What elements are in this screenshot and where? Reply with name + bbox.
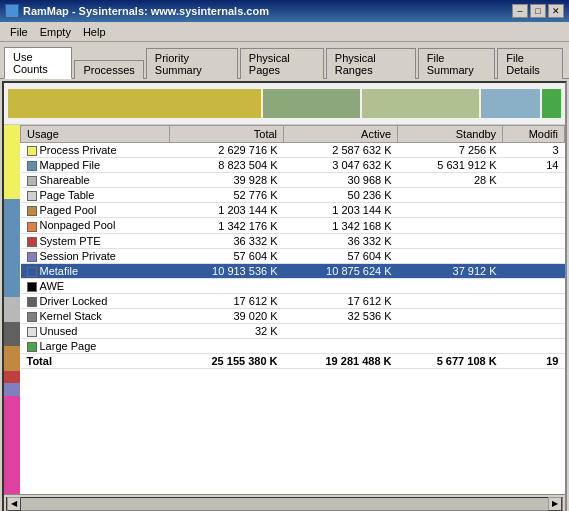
cell-standby [398, 309, 503, 324]
chart-seg-4 [481, 89, 539, 118]
cell-total: 17 612 K [170, 293, 284, 308]
cell-total: 57 604 K [170, 248, 284, 263]
table-row[interactable]: System PTE36 332 K36 332 K [21, 233, 565, 248]
scroll-right-btn[interactable]: ▶ [548, 497, 562, 511]
row-label: Large Page [40, 340, 97, 352]
col-total: Total [170, 126, 284, 143]
row-label: Mapped File [40, 159, 101, 171]
title-bar-text: RamMap - Sysinternals: www.sysinternals.… [23, 5, 269, 17]
table-container[interactable]: Usage Total Active Standby Modifi Proces… [20, 125, 565, 494]
cell-usage: Metafile [21, 263, 170, 278]
cell-usage: Process Private [21, 143, 170, 158]
row-color-swatch [27, 267, 37, 277]
color-paged-pool [4, 346, 20, 371]
cell-active: 19 281 488 K [284, 354, 398, 369]
col-active: Active [284, 126, 398, 143]
tab-priority-summary[interactable]: Priority Summary [146, 48, 238, 79]
row-label: Process Private [40, 144, 117, 156]
col-usage: Usage [21, 126, 170, 143]
row-label: Unused [40, 325, 78, 337]
cell-total: 39 020 K [170, 309, 284, 324]
table-row[interactable]: Paged Pool1 203 144 K1 203 144 K [21, 203, 565, 218]
cell-standby: 37 912 K [398, 263, 503, 278]
usage-table: Usage Total Active Standby Modifi Proces… [20, 125, 565, 369]
cell-total: 39 928 K [170, 173, 284, 188]
table-row[interactable]: AWE [21, 278, 565, 293]
cell-active [284, 324, 398, 339]
table-row[interactable]: Unused32 K [21, 324, 565, 339]
h-scrollbar[interactable]: ◀ ▶ [6, 497, 563, 511]
scroll-track[interactable] [21, 498, 548, 510]
row-color-swatch [27, 342, 37, 352]
cell-standby [398, 324, 503, 339]
menu-help[interactable]: Help [77, 25, 112, 39]
table-row[interactable]: Mapped File8 823 504 K3 047 632 K5 631 9… [21, 158, 565, 173]
table-row[interactable]: Session Private57 604 K57 604 K [21, 248, 565, 263]
cell-modified [503, 278, 565, 293]
cell-usage: Nonpaged Pool [21, 218, 170, 233]
table-row[interactable]: Metafile10 913 536 K10 875 624 K37 912 K [21, 263, 565, 278]
cell-modified: 3 [503, 143, 565, 158]
scrollbar-area: ◀ ▶ [4, 494, 565, 511]
cell-usage: Paged Pool [21, 203, 170, 218]
cell-total [170, 278, 284, 293]
minimize-button[interactable]: – [512, 4, 528, 18]
cell-modified [503, 188, 565, 203]
main-content: Usage Total Active Standby Modifi Proces… [2, 81, 567, 511]
chart-seg-3 [362, 89, 479, 118]
title-bar-buttons: – □ ✕ [512, 4, 564, 18]
table-row[interactable]: Page Table52 776 K50 236 K [21, 188, 565, 203]
tab-file-details[interactable]: File Details [497, 48, 563, 79]
cell-standby: 7 256 K [398, 143, 503, 158]
table-row[interactable]: Process Private2 629 716 K2 587 632 K7 2… [21, 143, 565, 158]
table-row[interactable]: Nonpaged Pool1 342 176 K1 342 168 K [21, 218, 565, 233]
menu-empty[interactable]: Empty [34, 25, 77, 39]
table-row[interactable]: Total25 155 380 K19 281 488 K5 677 108 K… [21, 354, 565, 369]
cell-usage: Total [21, 354, 170, 369]
cell-total: 1 203 144 K [170, 203, 284, 218]
cell-usage: Driver Locked [21, 293, 170, 308]
menu-bar: File Empty Help [0, 22, 569, 42]
row-color-swatch [27, 312, 37, 322]
cell-modified [503, 248, 565, 263]
cell-modified [503, 324, 565, 339]
cell-standby [398, 188, 503, 203]
table-row[interactable]: Shareable39 928 K30 968 K28 K [21, 173, 565, 188]
close-button[interactable]: ✕ [548, 4, 564, 18]
cell-active: 17 612 K [284, 293, 398, 308]
col-modified: Modifi [503, 126, 565, 143]
tab-physical-ranges[interactable]: Physical Ranges [326, 48, 416, 79]
color-driver-locked [4, 322, 20, 347]
cell-modified [503, 293, 565, 308]
cell-modified: 19 [503, 354, 565, 369]
content-area: Usage Total Active Standby Modifi Proces… [4, 125, 565, 494]
title-bar: RamMap - Sysinternals: www.sysinternals.… [0, 0, 569, 22]
tab-physical-pages[interactable]: Physical Pages [240, 48, 324, 79]
scroll-left-btn[interactable]: ◀ [7, 497, 21, 511]
tab-file-summary[interactable]: File Summary [418, 48, 496, 79]
tab-processes[interactable]: Processes [74, 60, 143, 79]
table-row[interactable]: Kernel Stack39 020 K32 536 K [21, 309, 565, 324]
row-label: Nonpaged Pool [40, 219, 116, 231]
cell-usage: Kernel Stack [21, 309, 170, 324]
cell-total: 32 K [170, 324, 284, 339]
table-row[interactable]: Large Page [21, 339, 565, 354]
cell-usage: Page Table [21, 188, 170, 203]
row-label: Paged Pool [40, 204, 97, 216]
chart-seg-2 [263, 89, 360, 118]
color-shareable [4, 297, 20, 322]
color-process-private [4, 125, 20, 199]
cell-standby [398, 278, 503, 293]
row-label: Total [27, 355, 52, 367]
table-row[interactable]: Driver Locked17 612 K17 612 K [21, 293, 565, 308]
cell-modified [503, 309, 565, 324]
row-label: System PTE [40, 235, 101, 247]
chart-seg-5 [542, 89, 561, 118]
table-header: Usage Total Active Standby Modifi [21, 126, 565, 143]
tab-use-counts[interactable]: Use Counts [4, 47, 72, 79]
menu-file[interactable]: File [4, 25, 34, 39]
cell-modified [503, 339, 565, 354]
cell-usage: System PTE [21, 233, 170, 248]
maximize-button[interactable]: □ [530, 4, 546, 18]
title-bar-left: RamMap - Sysinternals: www.sysinternals.… [5, 4, 269, 18]
